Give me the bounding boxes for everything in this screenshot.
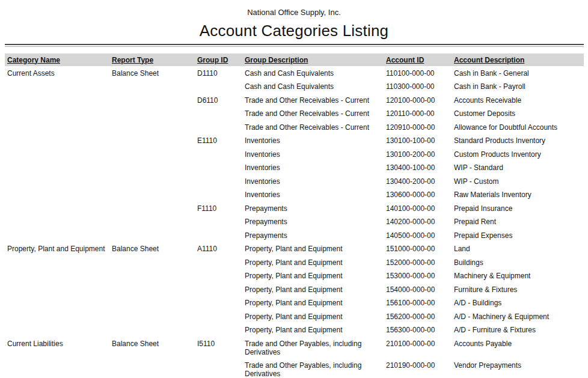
cell-account_id: 210100-000-00 — [386, 340, 454, 348]
company-name: National Office Supply, Inc. — [0, 8, 588, 17]
cell-account_description: Allowance for Doubtful Accounts — [454, 123, 584, 132]
cell-account_id: 154000-000-00 — [386, 285, 454, 294]
cell-account_description: Standard Products Inventory — [454, 136, 584, 145]
cell-category_name: Property, Plant and Equipment — [5, 245, 112, 253]
cell-group_description: Trade and Other Receivables - Current — [245, 96, 386, 105]
table-row: Prepayments140500-000-00Prepaid Expenses — [5, 228, 584, 242]
table-row: Inventories130100-200-00Custom Products … — [5, 147, 584, 161]
cell-group_description: Prepayments — [245, 204, 386, 213]
column-header-account-description: Account Description — [454, 56, 584, 64]
table-row: Current LiabilitiesBalance SheetI5110Tra… — [5, 337, 584, 359]
cell-account_id: 140200-000-00 — [386, 218, 454, 226]
cell-account_description: WIP - Custom — [454, 177, 584, 186]
cell-report_type: Balance Sheet — [112, 340, 197, 348]
cell-group_description: Trade and Other Payables, including Deri… — [245, 361, 386, 378]
cell-account_description: WIP - Standard — [454, 163, 584, 172]
cell-account_description: Machinery & Equipment — [454, 272, 584, 280]
column-header-category-name: Category Name — [5, 56, 112, 64]
cell-group_id: A1110 — [197, 245, 245, 253]
cell-group_description: Trade and Other Payables, including Deri… — [245, 340, 386, 356]
cell-account_description: Prepaid Expenses — [454, 231, 584, 240]
cell-account_id: 151000-000-00 — [386, 245, 454, 253]
cell-category_name: Current Liabilities — [5, 340, 112, 348]
cell-account_description: Vendor Prepayments — [454, 361, 584, 370]
cell-group_description: Prepayments — [245, 231, 386, 240]
cell-account_description: Land — [454, 245, 584, 253]
cell-group_description: Trade and Other Receivables - Current — [245, 123, 386, 132]
cell-group_id: D6110 — [197, 96, 245, 105]
table-row: Prepayments140200-000-00Prepaid Rent — [5, 215, 584, 229]
table-row: Property, Plant and Equipment152000-000-… — [5, 255, 584, 269]
cell-account_id: 120110-000-00 — [386, 109, 454, 118]
cell-account_id: 152000-000-00 — [386, 258, 454, 267]
report-page: National Office Supply, Inc. Account Cat… — [0, 0, 588, 378]
cell-group_description: Property, Plant and Equipment — [245, 245, 386, 253]
cell-group_description: Property, Plant and Equipment — [245, 312, 386, 321]
cell-account_id: 120910-000-00 — [386, 123, 454, 132]
table-row: Property, Plant and Equipment153000-000-… — [5, 269, 584, 283]
table-row: D6110Trade and Other Receivables - Curre… — [5, 93, 584, 107]
table-row: Inventories130600-000-00Raw Materials In… — [5, 188, 584, 202]
cell-account_id: 130400-100-00 — [386, 163, 454, 172]
cell-report_type: Balance Sheet — [112, 245, 197, 253]
table-row: E1110Inventories130100-100-00Standard Pr… — [5, 134, 584, 148]
cell-account_description: Custom Products Inventory — [454, 150, 584, 159]
title-divider — [5, 44, 584, 47]
cell-account_description: Accounts Payable — [454, 340, 584, 348]
cell-account_id: 140500-000-00 — [386, 231, 454, 240]
cell-account_description: A/D - Machinery & Equipment — [454, 312, 584, 321]
cell-account_id: 110100-000-00 — [386, 69, 454, 78]
cell-group_description: Inventories — [245, 136, 386, 145]
table-row: Trade and Other Receivables - Current120… — [5, 120, 584, 134]
cell-account_description: Cash in Bank - General — [454, 69, 584, 78]
cell-group_description: Cash and Cash Equivalents — [245, 82, 386, 91]
cell-account_id: 130400-200-00 — [386, 177, 454, 186]
cell-group_description: Cash and Cash Equivalents — [245, 69, 386, 78]
page-title: Account Categories Listing — [0, 21, 588, 40]
table-row: Inventories130400-100-00WIP - Standard — [5, 161, 584, 175]
cell-account_id: 156200-000-00 — [386, 312, 454, 321]
cell-category_name: Current Assets — [5, 69, 112, 78]
cell-account_description: Accounts Receivable — [454, 96, 584, 105]
cell-group_id: E1110 — [197, 136, 245, 145]
column-header-account-id: Account ID — [386, 56, 454, 64]
cell-account_description: A/D - Furniture & Fixtures — [454, 326, 584, 334]
cell-group_description: Property, Plant and Equipment — [245, 272, 386, 280]
cell-account_description: Prepaid Rent — [454, 218, 584, 226]
cell-group_id: I5110 — [197, 340, 245, 348]
table-row: Trade and Other Receivables - Current120… — [5, 107, 584, 121]
cell-account_description: Furniture & Fixtures — [454, 285, 584, 294]
cell-account_id: 156100-000-00 — [386, 299, 454, 307]
cell-account_id: 130100-100-00 — [386, 136, 454, 145]
cell-group_description: Inventories — [245, 150, 386, 159]
column-header-group-description: Group Description — [245, 56, 386, 64]
table-row: Cash and Cash Equivalents110300-000-00Ca… — [5, 80, 584, 94]
cell-group_description: Property, Plant and Equipment — [245, 258, 386, 267]
column-header-report-type: Report Type — [112, 56, 197, 64]
table-row: Property, Plant and Equipment156100-000-… — [5, 296, 584, 310]
table-header-row: Category Name Report Type Group ID Group… — [5, 53, 584, 66]
table-row: Current AssetsBalance SheetD1110Cash and… — [5, 66, 584, 80]
table-row: Property, Plant and Equipment156200-000-… — [5, 309, 584, 323]
column-header-group-id: Group ID — [197, 56, 245, 64]
cell-account_id: 153000-000-00 — [386, 272, 454, 280]
cell-group_description: Property, Plant and Equipment — [245, 299, 386, 307]
cell-account_description: A/D - Buildings — [454, 299, 584, 307]
cell-group_description: Inventories — [245, 163, 386, 172]
cell-account_description: Customer Deposits — [454, 109, 584, 118]
table-row: Property, Plant and Equipment156300-000-… — [5, 323, 584, 337]
cell-account_description: Buildings — [454, 258, 584, 267]
cell-account_description: Prepaid Insurance — [454, 204, 584, 213]
cell-group_description: Property, Plant and Equipment — [245, 326, 386, 334]
cell-group_id: F1110 — [197, 204, 245, 213]
table-row: F1110Prepayments140100-000-00Prepaid Ins… — [5, 201, 584, 215]
cell-group_description: Prepayments — [245, 218, 386, 226]
cell-account_id: 130600-000-00 — [386, 191, 454, 199]
cell-group_id: D1110 — [197, 69, 245, 78]
cell-account_id: 110300-000-00 — [386, 82, 454, 91]
table-row: Property, Plant and EquipmentBalance She… — [5, 242, 584, 256]
cell-group_description: Trade and Other Receivables - Current — [245, 109, 386, 118]
cell-group_description: Property, Plant and Equipment — [245, 285, 386, 294]
cell-account_id: 130100-200-00 — [386, 150, 454, 159]
cell-account_description: Cash in Bank - Payroll — [454, 82, 584, 91]
